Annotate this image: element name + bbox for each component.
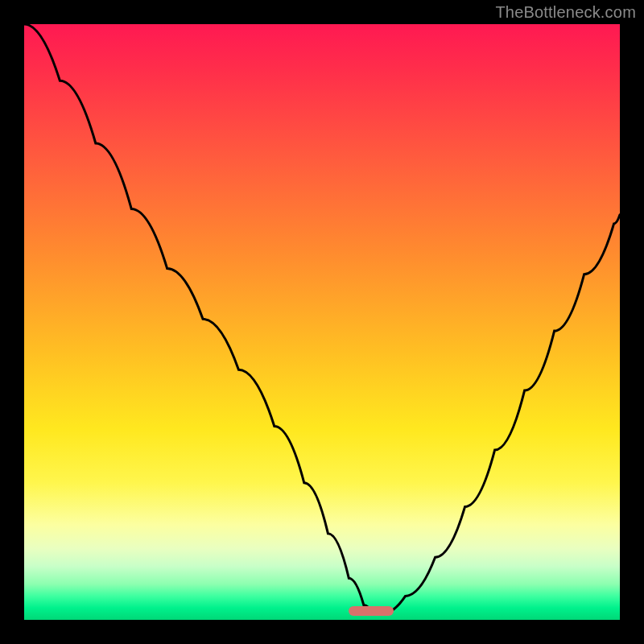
right-arm-curve <box>382 215 620 614</box>
curve-layer <box>24 24 620 620</box>
watermark-text: TheBottleneck.com <box>495 3 636 22</box>
bottleneck-marker <box>349 606 394 616</box>
left-arm-curve <box>24 24 373 614</box>
chart-frame: TheBottleneck.com <box>0 0 644 644</box>
plot-area <box>24 24 620 620</box>
